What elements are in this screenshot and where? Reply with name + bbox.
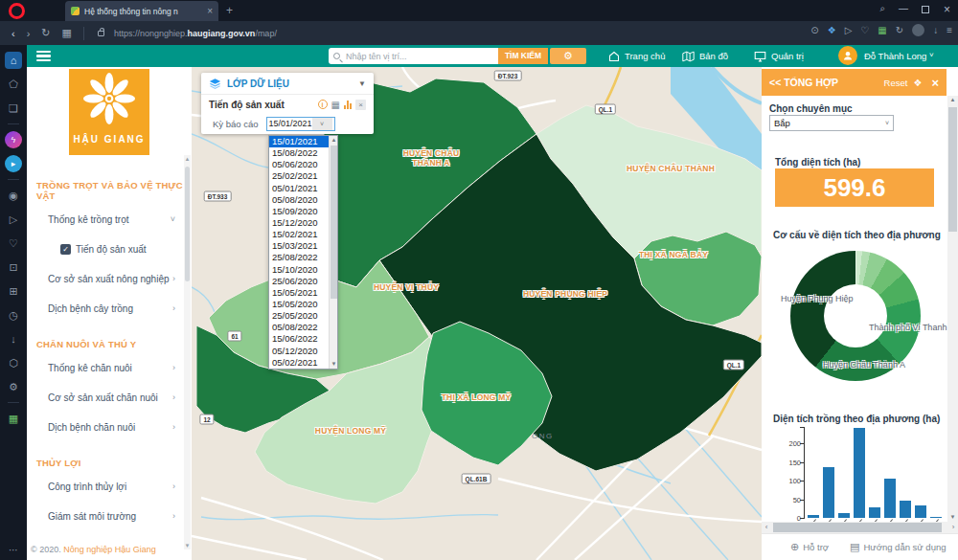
dropdown-scroll-down-icon[interactable]: ▼ <box>330 360 338 369</box>
date-option[interactable]: 15/06/2022 <box>269 333 329 345</box>
date-option[interactable]: 15/05/2021 <box>269 287 329 299</box>
menu-hamburger-icon[interactable] <box>36 51 51 61</box>
extension-icon[interactable]: ▦ <box>878 25 886 35</box>
minimize-icon[interactable]: — <box>899 3 908 13</box>
nav-home[interactable]: Trang chủ <box>608 45 665 67</box>
profile-avatar[interactable] <box>912 24 924 36</box>
guide-link[interactable]: ▤Hướng dẫn sử dụng <box>850 541 946 553</box>
sidebar-item[interactable]: Cơ sở sản xuất chăn nuôi› <box>27 383 185 413</box>
date-option[interactable]: 05/01/2021 <box>269 183 329 194</box>
close-window-icon[interactable]: × <box>944 3 950 16</box>
date-option[interactable]: 15/03/2021 <box>269 240 329 252</box>
help-link[interactable]: ⊕Hỗ trợ <box>790 541 829 553</box>
panels-icon[interactable]: ⊞ <box>5 282 22 300</box>
date-option[interactable]: 25/06/2020 <box>269 276 329 287</box>
user-menu-caret-icon[interactable]: ˅ <box>929 45 934 67</box>
tab-close-icon[interactable]: × <box>207 6 213 16</box>
sidebar-item[interactable]: Thống kê chăn nuôi› <box>27 353 185 383</box>
workspace-icon[interactable]: ▦ <box>5 410 22 427</box>
bar[interactable] <box>884 479 896 518</box>
date-option[interactable]: 05/08/2022 <box>269 322 329 333</box>
sidebar-item[interactable]: Dịch bệnh cây trồng› <box>27 294 185 324</box>
info-icon[interactable]: i <box>318 100 328 109</box>
sidebar-item[interactable]: Cơ sở sản xuất nông nghiệp› <box>27 264 185 294</box>
category-select[interactable]: Bắp˅ <box>769 115 894 131</box>
chevron-right-icon[interactable]: › <box>172 383 175 413</box>
settings-icon[interactable]: ⚙ <box>5 378 22 395</box>
summary-title[interactable]: << TỔNG HỢP <box>769 77 878 88</box>
flow-send-icon[interactable]: ▷ <box>845 25 853 35</box>
titlebar-search-icon[interactable]: ⌕ <box>879 3 885 14</box>
sidebar-item[interactable]: Công trình thủy lợi› <box>27 472 185 502</box>
bookmarks-icon[interactable]: ⬠ <box>5 76 22 93</box>
date-option[interactable]: 15/08/2022 <box>269 147 329 159</box>
date-option[interactable]: 05/08/2020 <box>269 194 329 206</box>
remove-layer-icon[interactable]: × <box>355 100 366 110</box>
extensions-icon[interactable]: ⬡ <box>5 354 22 371</box>
date-option[interactable]: 25/02/2021 <box>269 170 329 182</box>
sidebar-item[interactable]: Giám sát môi trường› <box>27 502 185 531</box>
chevron-right-icon[interactable]: › <box>172 413 175 442</box>
bar[interactable] <box>808 515 819 518</box>
bar[interactable] <box>869 507 880 518</box>
telegram-icon[interactable]: ▸ <box>5 155 22 172</box>
likes-icon[interactable]: ♡ <box>5 235 22 252</box>
sync-icon[interactable]: ↻ <box>896 25 903 35</box>
new-tab-button[interactable]: + <box>226 4 233 17</box>
panel-horizontal-scrollbar[interactable]: ‹ › <box>762 522 958 533</box>
history-icon[interactable]: ◷ <box>5 306 22 324</box>
chevron-right-icon[interactable]: › <box>172 502 175 531</box>
back-icon[interactable]: ‹ <box>11 28 15 39</box>
speed-dial-grid-icon[interactable]: ▦ <box>62 27 72 39</box>
browser-tab[interactable]: Hệ thống thông tin nông n × <box>65 1 218 21</box>
opera-logo-icon[interactable] <box>9 3 25 19</box>
select-caret-icon[interactable]: ˅ <box>312 118 332 130</box>
checkbox-checked-icon[interactable]: ✓ <box>60 244 71 255</box>
bar[interactable] <box>838 513 850 518</box>
dropdown-scroll-up-icon[interactable]: ▲ <box>330 136 338 145</box>
address-bar[interactable]: https://nongnghiep.haugiang.gov.vn/map/ <box>114 29 277 38</box>
report-period-select[interactable]: 15/01/2021 ˅ <box>266 117 335 131</box>
search-input[interactable] <box>344 51 493 62</box>
area-by-locality-bar-chart[interactable]: 050100150200 <box>762 427 947 523</box>
bar[interactable] <box>854 428 865 518</box>
forward-icon[interactable]: › <box>27 28 31 39</box>
bar[interactable] <box>823 467 834 518</box>
panel-scroll-down-icon[interactable]: ▼ <box>947 513 958 522</box>
scroll-up-icon[interactable]: ▲ <box>184 155 191 163</box>
speed-dial-icon[interactable]: ⌂ <box>5 52 22 69</box>
scroll-down-icon[interactable]: ▼ <box>184 542 191 549</box>
chevron-right-icon[interactable]: › <box>172 472 175 502</box>
chevron-down-icon[interactable]: ˅ <box>171 205 175 235</box>
search-button[interactable]: TÌM KIẾM <box>498 48 548 64</box>
sidebar-more-icon[interactable]: ⋯ <box>0 545 27 555</box>
collapse-caret-icon[interactable]: ▼ <box>358 79 366 88</box>
table-view-icon[interactable]: ▦ <box>331 100 340 110</box>
bar[interactable] <box>900 501 911 518</box>
snapshot-icon[interactable]: ⊙ <box>810 25 818 35</box>
date-option[interactable]: 05/02/2021 <box>269 357 329 369</box>
bar[interactable] <box>930 517 942 518</box>
panel-close-icon[interactable]: × <box>931 76 939 90</box>
bar[interactable] <box>915 505 926 518</box>
reset-button[interactable]: Reset <box>884 78 908 88</box>
date-option[interactable]: 05/06/2020 <box>269 159 329 170</box>
date-option[interactable]: 25/05/2020 <box>269 310 329 322</box>
nav-map[interactable]: Bản đồ <box>682 45 728 67</box>
dropdown-scrollbar[interactable]: ▲ ▼ <box>329 136 337 369</box>
menu-tune-icon[interactable]: ≡ <box>947 25 952 35</box>
maximize-icon[interactable] <box>922 6 929 13</box>
date-option[interactable]: 15/01/2021 <box>269 136 329 147</box>
flow-icon[interactable]: ▷ <box>5 211 22 228</box>
panel-vertical-scrollbar[interactable]: ▲ ▼ <box>947 96 958 522</box>
date-option[interactable]: 15/09/2020 <box>269 206 329 217</box>
chevron-right-icon[interactable]: › <box>172 264 175 294</box>
nav-admin[interactable]: Quản trị <box>754 45 804 67</box>
downloads-icon[interactable]: ↓ <box>5 330 22 347</box>
messenger-icon[interactable]: ϟ <box>5 131 22 148</box>
footer-link[interactable]: Nông nghiệp Hậu Giang <box>63 545 156 554</box>
vpn-shield-icon[interactable]: ❖ <box>828 25 836 35</box>
search-settings-button[interactable]: ⚙ <box>550 48 586 64</box>
sidebar-item[interactable]: Thống kê trồng trọt˅ <box>27 205 185 235</box>
sidebar-scrollbar[interactable]: ▲ ▼ <box>184 155 191 549</box>
